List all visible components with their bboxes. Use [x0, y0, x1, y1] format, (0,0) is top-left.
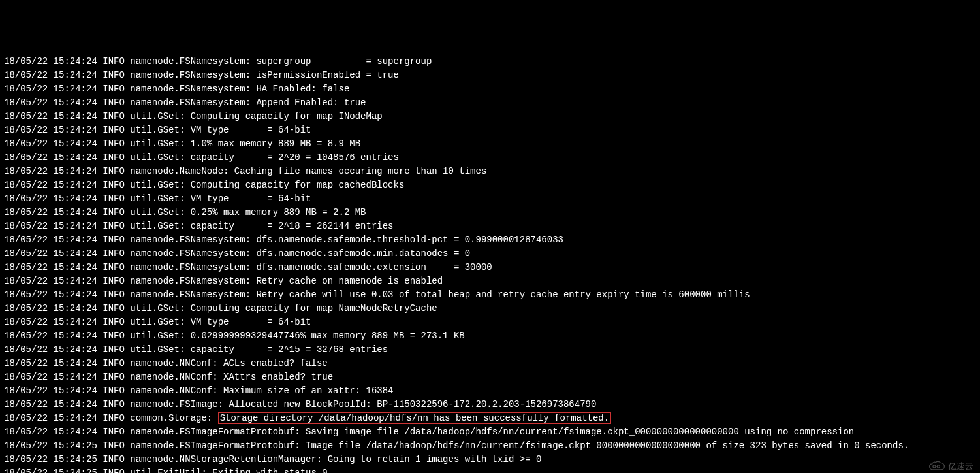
log-line: 18/05/22 15:24:24 INFO util.GSet: Comput…	[4, 178, 976, 192]
log-line: 18/05/22 15:24:25 INFO namenode.NNStorag…	[4, 453, 976, 466]
log-line: 18/05/22 15:24:24 INFO namenode.NNConf: …	[4, 384, 976, 398]
log-line: 18/05/22 15:24:24 INFO namenode.FSNamesy…	[4, 82, 976, 96]
log-line: 18/05/22 15:24:24 INFO namenode.FSNamesy…	[4, 288, 976, 302]
log-line: 18/05/22 15:24:24 INFO util.GSet: VM typ…	[4, 123, 976, 137]
watermark-text: 亿速云	[948, 459, 973, 473]
highlighted-message: Storage directory /data/hadoop/hdfs/nn h…	[218, 412, 612, 424]
log-line: 18/05/22 15:24:24 INFO util.GSet: VM typ…	[4, 316, 976, 329]
log-line: 18/05/22 15:24:24 INFO namenode.NNConf: …	[4, 370, 976, 384]
terminal-output[interactable]: 18/05/22 15:24:24 INFO namenode.FSNamesy…	[4, 55, 976, 473]
log-line: 18/05/22 15:24:24 INFO util.GSet: capaci…	[4, 220, 976, 233]
log-line: 18/05/22 15:24:24 INFO util.GSet: 0.25% …	[4, 206, 976, 220]
log-line: 18/05/22 15:24:24 INFO namenode.FSNamesy…	[4, 247, 976, 261]
log-line: 18/05/22 15:24:24 INFO util.GSet: Comput…	[4, 302, 976, 316]
log-line: 18/05/22 15:24:24 INFO namenode.FSImageF…	[4, 425, 976, 439]
log-line: 18/05/22 15:24:24 INFO namenode.FSImage:…	[4, 398, 976, 412]
log-line: 18/05/22 15:24:24 INFO namenode.FSNamesy…	[4, 274, 976, 288]
log-line: 18/05/22 15:24:24 INFO namenode.NNConf: …	[4, 357, 976, 370]
log-line: 18/05/22 15:24:24 INFO namenode.FSNamesy…	[4, 55, 976, 69]
log-line: 18/05/22 15:24:24 INFO namenode.FSNamesy…	[4, 69, 976, 82]
svg-point-0	[933, 465, 936, 467]
log-line: 18/05/22 15:24:24 INFO namenode.FSNamesy…	[4, 96, 976, 110]
log-line: 18/05/22 15:24:24 INFO util.GSet: VM typ…	[4, 192, 976, 206]
log-line: 18/05/22 15:24:24 INFO util.GSet: 0.0299…	[4, 329, 976, 343]
log-line-prefix: 18/05/22 15:24:24 INFO common.Storage:	[4, 413, 218, 423]
cloud-icon	[928, 461, 945, 472]
watermark: 亿速云	[928, 459, 973, 473]
log-line: 18/05/22 15:24:25 INFO util.ExitUtil: Ex…	[4, 466, 976, 473]
log-line: 18/05/22 15:24:24 INFO util.GSet: capaci…	[4, 343, 976, 357]
log-line: 18/05/22 15:24:24 INFO util.GSet: 1.0% m…	[4, 137, 976, 151]
log-line: 18/05/22 15:24:24 INFO namenode.FSNamesy…	[4, 261, 976, 274]
log-line: 18/05/22 15:24:24 INFO namenode.NameNode…	[4, 165, 976, 178]
log-line: 18/05/22 15:24:24 INFO util.GSet: capaci…	[4, 151, 976, 165]
log-line: 18/05/22 15:24:24 INFO util.GSet: Comput…	[4, 110, 976, 123]
svg-point-1	[937, 465, 940, 467]
log-line: 18/05/22 15:24:25 INFO namenode.FSImageF…	[4, 439, 976, 453]
log-line-highlighted: 18/05/22 15:24:24 INFO common.Storage: S…	[4, 412, 976, 425]
log-line: 18/05/22 15:24:24 INFO namenode.FSNamesy…	[4, 233, 976, 247]
